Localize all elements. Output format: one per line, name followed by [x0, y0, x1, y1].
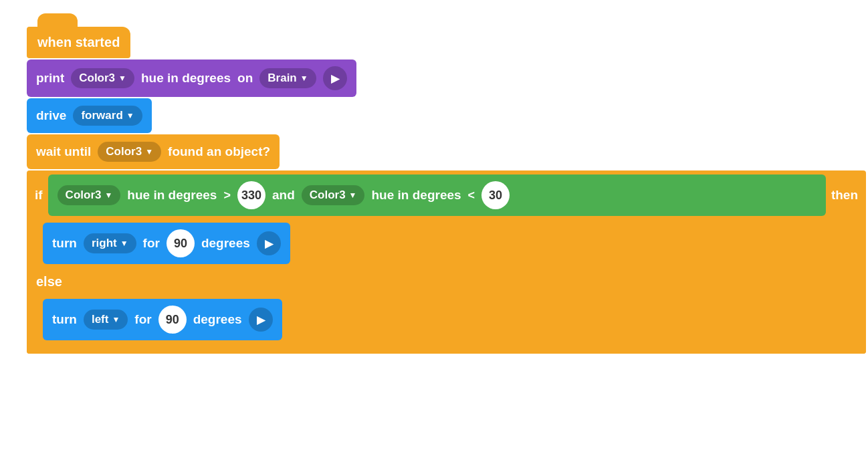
- when-started-block[interactable]: when started: [27, 27, 130, 58]
- forward-direction-dropdown[interactable]: forward ▼: [73, 106, 142, 126]
- degrees-label-left: degrees: [193, 312, 242, 327]
- when-started-label: when started: [37, 35, 120, 50]
- print-label: print: [36, 71, 64, 86]
- turn-right-block[interactable]: turn right ▼ for 90 degrees ▶: [43, 223, 290, 264]
- else-label: else: [36, 274, 62, 289]
- chevron-down-icon-left: ▼: [112, 315, 120, 324]
- chevron-down-icon-if2: ▼: [349, 191, 357, 200]
- found-object-label: found an object?: [168, 144, 270, 159]
- play-button-right[interactable]: ▶: [257, 231, 281, 255]
- brain-device-label: Brain: [267, 72, 296, 85]
- wait-block-row: wait until Color3 ▼ found an object?: [27, 134, 841, 169]
- color3-sensor-label-if2: Color3: [310, 189, 346, 202]
- color3-sensor-dropdown-wait[interactable]: Color3 ▼: [98, 142, 161, 162]
- play-button-print[interactable]: ▶: [323, 66, 347, 90]
- if-label: if: [35, 188, 43, 203]
- if-header-row: if Color3 ▼ hue in degrees > 330 and Col…: [27, 170, 866, 220]
- drive-block-row: drive forward ▼: [27, 98, 841, 133]
- print-block[interactable]: print Color3 ▼ hue in degrees on Brain ▼…: [27, 60, 356, 97]
- forward-direction-label: forward: [81, 109, 122, 122]
- then-label: then: [831, 188, 858, 203]
- value-90-left[interactable]: 90: [158, 306, 187, 334]
- chevron-down-icon-drive: ▼: [126, 111, 134, 120]
- chevron-down-icon-print: ▼: [118, 74, 126, 83]
- brain-device-dropdown[interactable]: Brain ▼: [259, 68, 316, 88]
- chevron-down-icon-right: ▼: [120, 239, 128, 248]
- color3-sensor-label-print: Color3: [79, 72, 115, 85]
- color3-sensor-dropdown-if2[interactable]: Color3 ▼: [302, 185, 365, 205]
- turn-left-block[interactable]: turn left ▼ for 90 degrees ▶: [43, 299, 282, 340]
- turn-label-left: turn: [52, 312, 77, 327]
- hue-in-degrees-label-if1: hue in degrees: [127, 188, 217, 203]
- chevron-down-icon-if1: ▼: [104, 191, 112, 200]
- color3-sensor-dropdown-if1[interactable]: Color3 ▼: [58, 185, 121, 205]
- play-button-left[interactable]: ▶: [249, 308, 273, 332]
- if-block-bottom-bar: [27, 343, 866, 354]
- wait-until-label: wait until: [36, 144, 91, 159]
- then-content: turn right ▼ for 90 degrees ▶: [27, 220, 866, 267]
- hue-in-degrees-label-if2: hue in degrees: [371, 188, 461, 203]
- color3-sensor-label-if1: Color3: [66, 189, 102, 202]
- drive-block[interactable]: drive forward ▼: [27, 98, 152, 133]
- else-row: else: [27, 267, 866, 296]
- workspace: when started print Color3 ▼ hue in degre…: [13, 13, 855, 367]
- else-content: turn left ▼ for 90 degrees ▶: [27, 296, 866, 343]
- green-condition-block[interactable]: Color3 ▼ hue in degrees > 330 and Color3…: [48, 174, 826, 216]
- left-direction-dropdown[interactable]: left ▼: [84, 310, 128, 330]
- degrees-label-right: degrees: [201, 236, 250, 251]
- color3-sensor-label-wait: Color3: [106, 145, 142, 158]
- wait-block[interactable]: wait until Color3 ▼ found an object?: [27, 134, 280, 169]
- greater-than-operator: >: [223, 189, 231, 203]
- hat-bump: [37, 13, 78, 28]
- value-30[interactable]: 30: [481, 181, 510, 209]
- for-label-left: for: [134, 312, 151, 327]
- and-label: and: [272, 188, 295, 203]
- print-block-row: print Color3 ▼ hue in degrees on Brain ▼…: [27, 60, 841, 97]
- value-330[interactable]: 330: [237, 181, 265, 209]
- for-label-right: for: [143, 236, 160, 251]
- right-direction-label: right: [92, 237, 117, 250]
- hat-block-container: when started: [27, 27, 130, 58]
- chevron-down-icon-wait: ▼: [145, 147, 153, 156]
- left-direction-label: left: [92, 313, 109, 326]
- turn-label-right: turn: [52, 236, 77, 251]
- hue-in-degrees-label-print: hue in degrees: [141, 71, 231, 86]
- value-90-right[interactable]: 90: [167, 229, 195, 257]
- color3-sensor-dropdown-print[interactable]: Color3 ▼: [71, 68, 134, 88]
- less-than-operator: <: [468, 189, 475, 203]
- on-label-print: on: [237, 71, 253, 86]
- if-else-block: if Color3 ▼ hue in degrees > 330 and Col…: [27, 170, 866, 354]
- right-direction-dropdown[interactable]: right ▼: [84, 233, 136, 253]
- chevron-down-icon-brain: ▼: [300, 74, 308, 83]
- drive-label: drive: [36, 108, 66, 123]
